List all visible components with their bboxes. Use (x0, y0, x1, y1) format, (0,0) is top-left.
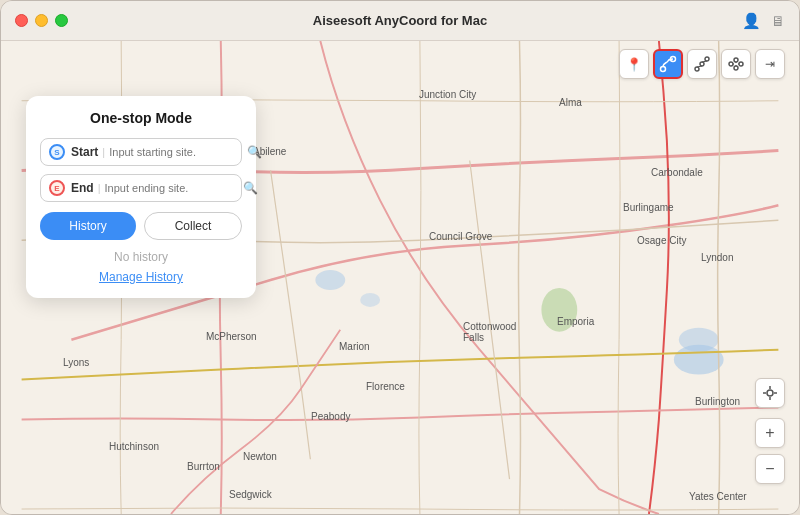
svg-point-9 (700, 62, 704, 66)
start-search-icon: 🔍 (247, 145, 262, 159)
titlebar-icons: 👤 🖥 (742, 12, 785, 30)
svg-point-1 (541, 288, 577, 332)
map-controls: + − (755, 378, 785, 484)
zoom-in-button[interactable]: + (755, 418, 785, 448)
collect-button[interactable]: Collect (144, 212, 242, 240)
svg-point-12 (734, 58, 738, 62)
app-title: Aiseesoft AnyCoord for Mac (313, 13, 487, 28)
titlebar: Aiseesoft AnyCoord for Mac 👤 🖥 (1, 1, 799, 41)
action-buttons: History Collect (40, 212, 242, 240)
app-window: Aiseesoft AnyCoord for Mac 👤 🖥 (0, 0, 800, 515)
end-input-row[interactable]: E End | 🔍 (40, 174, 242, 202)
svg-point-6 (661, 67, 666, 72)
user-icon[interactable]: 👤 (742, 12, 761, 30)
start-icon: S (49, 144, 65, 160)
maximize-button[interactable] (55, 14, 68, 27)
svg-point-4 (315, 270, 345, 290)
svg-point-3 (679, 328, 719, 352)
location-mode-button[interactable]: 📍 (619, 49, 649, 79)
history-button[interactable]: History (40, 212, 136, 240)
start-input-row[interactable]: S Start | 🔍 (40, 138, 242, 166)
one-stop-panel: One-stop Mode S Start | 🔍 E End | 🔍 Hist… (26, 96, 256, 298)
start-input[interactable] (109, 146, 247, 158)
panel-title: One-stop Mode (40, 110, 242, 126)
close-button[interactable] (15, 14, 28, 27)
monitor-icon[interactable]: 🖥 (771, 13, 785, 29)
end-icon: E (49, 180, 65, 196)
end-search-icon: 🔍 (243, 181, 258, 195)
freestyle-button[interactable] (721, 49, 751, 79)
multi-stop-button[interactable] (687, 49, 717, 79)
svg-point-10 (705, 57, 709, 61)
end-input[interactable] (105, 182, 243, 194)
svg-point-13 (739, 62, 743, 66)
minimize-button[interactable] (35, 14, 48, 27)
map-toolbar: 📍 (619, 49, 785, 79)
svg-point-5 (360, 293, 380, 307)
end-label: End (71, 181, 94, 195)
zoom-out-button[interactable]: − (755, 454, 785, 484)
exit-button[interactable]: ⇥ (755, 49, 785, 79)
current-location-button[interactable] (755, 378, 785, 408)
svg-point-14 (734, 66, 738, 70)
manage-history-link[interactable]: Manage History (40, 270, 242, 284)
svg-point-15 (767, 390, 773, 396)
route-mode-button[interactable] (653, 49, 683, 79)
map-area[interactable]: Junction City Alma Abilene Carbondale Bu… (1, 41, 799, 514)
traffic-lights (15, 14, 68, 27)
start-label: Start (71, 145, 98, 159)
svg-point-11 (729, 62, 733, 66)
svg-point-8 (695, 67, 699, 71)
no-history-text: No history (40, 250, 242, 264)
